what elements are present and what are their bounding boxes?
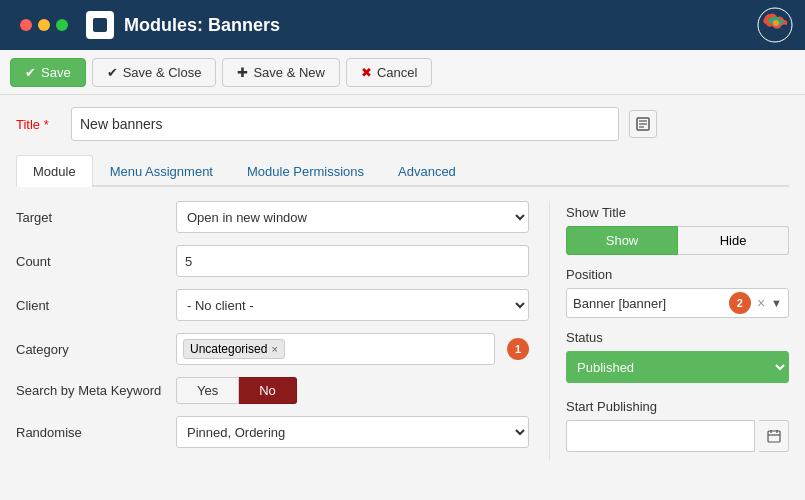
client-row: Client - No client - xyxy=(16,289,529,321)
count-row: Count xyxy=(16,245,529,277)
hide-button[interactable]: Hide xyxy=(678,226,789,255)
form-left: Target Open in new window Count Client xyxy=(16,201,549,460)
form-right: Show Title Show Hide Position Banner [ba… xyxy=(549,201,789,460)
position-value: Banner [banner] xyxy=(573,296,725,311)
category-tag-close[interactable]: × xyxy=(271,343,277,355)
start-publishing-label: Start Publishing xyxy=(566,399,789,414)
show-hide-toggle: Show Hide xyxy=(566,226,789,255)
client-select[interactable]: - No client - xyxy=(176,289,529,321)
tabs-bar: Module Menu Assignment Module Permission… xyxy=(16,155,789,187)
maximize-dot[interactable] xyxy=(56,19,68,31)
save-close-check-icon: ✔ xyxy=(107,65,118,80)
save-new-label: Save & New xyxy=(253,65,325,80)
title-helper-icon[interactable] xyxy=(629,110,657,138)
svg-point-2 xyxy=(773,20,779,26)
show-title-label: Show Title xyxy=(566,205,789,220)
position-badge: 2 xyxy=(729,292,751,314)
search-meta-control: Yes No xyxy=(176,377,529,404)
joomla-logo-icon xyxy=(757,7,793,43)
category-badge: 1 xyxy=(507,338,529,360)
app-icon xyxy=(86,11,114,39)
target-select[interactable]: Open in new window xyxy=(176,201,529,233)
save-button[interactable]: ✔ Save xyxy=(10,58,86,87)
status-select[interactable]: Published xyxy=(566,351,789,383)
category-tag-input[interactable]: Uncategorised × xyxy=(176,333,495,365)
title-row: Title * xyxy=(16,107,789,141)
tab-module-permissions[interactable]: Module Permissions xyxy=(230,155,381,187)
category-label: Category xyxy=(16,342,176,357)
randomise-label: Randomise xyxy=(16,425,176,440)
position-clear-icon[interactable]: × xyxy=(755,295,767,311)
title-label: Title * xyxy=(16,117,61,132)
position-field[interactable]: Banner [banner] 2 × ▼ xyxy=(566,288,789,318)
title-input[interactable] xyxy=(71,107,619,141)
search-meta-row: Search by Meta Keyword Yes No xyxy=(16,377,529,404)
save-new-button[interactable]: ✚ Save & New xyxy=(222,58,340,87)
svg-rect-0 xyxy=(93,18,107,32)
svg-rect-7 xyxy=(768,431,780,442)
main-content: Title * Module Menu Assignment Module Pe… xyxy=(0,95,805,472)
yes-no-toggle: Yes No xyxy=(176,377,529,404)
count-control xyxy=(176,245,529,277)
title-bar: Modules: Banners xyxy=(0,0,805,50)
form-body: Target Open in new window Count Client xyxy=(16,201,789,460)
client-label: Client xyxy=(16,298,176,313)
count-label: Count xyxy=(16,254,176,269)
minimize-dot[interactable] xyxy=(38,19,50,31)
toolbar: ✔ Save ✔ Save & Close ✚ Save & New ✖ Can… xyxy=(0,50,805,95)
save-close-label: Save & Close xyxy=(123,65,202,80)
category-tag: Uncategorised × xyxy=(183,339,285,359)
target-label: Target xyxy=(16,210,176,225)
calendar-icon[interactable] xyxy=(759,420,789,452)
yes-button[interactable]: Yes xyxy=(176,377,239,404)
target-control: Open in new window xyxy=(176,201,529,233)
save-new-plus-icon: ✚ xyxy=(237,65,248,80)
no-button[interactable]: No xyxy=(239,377,297,404)
count-input[interactable] xyxy=(176,245,529,277)
save-close-button[interactable]: ✔ Save & Close xyxy=(92,58,217,87)
randomise-control: Pinned, Ordering xyxy=(176,416,529,448)
category-row: Category Uncategorised × 1 xyxy=(16,333,529,365)
show-button[interactable]: Show xyxy=(566,226,678,255)
randomise-select[interactable]: Pinned, Ordering xyxy=(176,416,529,448)
cancel-x-icon: ✖ xyxy=(361,65,372,80)
tab-module[interactable]: Module xyxy=(16,155,93,187)
randomise-row: Randomise Pinned, Ordering xyxy=(16,416,529,448)
category-tag-value: Uncategorised xyxy=(190,342,267,356)
close-dot[interactable] xyxy=(20,19,32,31)
target-row: Target Open in new window xyxy=(16,201,529,233)
category-control: Uncategorised × 1 xyxy=(176,333,529,365)
status-label: Status xyxy=(566,330,789,345)
client-control: - No client - xyxy=(176,289,529,321)
window-controls xyxy=(12,19,76,31)
position-label: Position xyxy=(566,267,789,282)
search-meta-label: Search by Meta Keyword xyxy=(16,383,176,398)
start-publishing-row xyxy=(566,420,789,452)
start-publishing-input[interactable] xyxy=(566,420,755,452)
cancel-label: Cancel xyxy=(377,65,417,80)
tab-menu-assignment[interactable]: Menu Assignment xyxy=(93,155,230,187)
position-arrow-icon[interactable]: ▼ xyxy=(771,297,782,309)
save-label: Save xyxy=(41,65,71,80)
tab-advanced[interactable]: Advanced xyxy=(381,155,473,187)
cancel-button[interactable]: ✖ Cancel xyxy=(346,58,432,87)
save-check-icon: ✔ xyxy=(25,65,36,80)
page-title: Modules: Banners xyxy=(124,15,747,36)
